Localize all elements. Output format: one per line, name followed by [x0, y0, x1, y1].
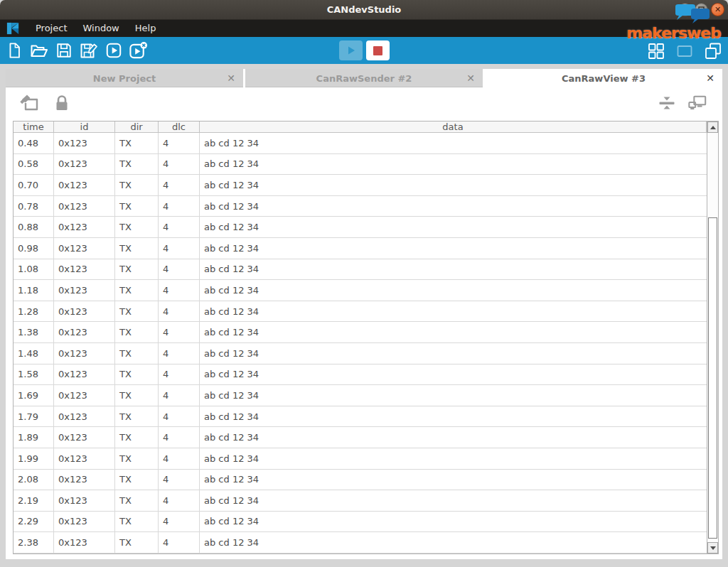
detach-window-button[interactable]	[687, 93, 707, 113]
table-cell[interactable]: TX	[115, 343, 159, 364]
table-cell[interactable]: TX	[115, 406, 159, 428]
table-cell[interactable]: TX	[115, 154, 159, 176]
table-cell[interactable]: 0x123	[54, 364, 115, 386]
minimize-button[interactable]: –	[678, 3, 692, 16]
table-cell[interactable]: 1.79	[14, 406, 54, 428]
table-cell[interactable]: 0x123	[54, 490, 115, 512]
close-button[interactable]: ✕	[711, 3, 724, 16]
table-cell[interactable]: 0x123	[54, 470, 115, 491]
table-cell[interactable]: 0.88	[14, 217, 54, 238]
table-cell[interactable]: 4	[159, 196, 200, 217]
table-cell[interactable]: ab cd 12 34	[200, 512, 707, 533]
table-cell[interactable]: ab cd 12 34	[200, 301, 707, 323]
table-cell[interactable]: ab cd 12 34	[200, 490, 707, 512]
table-cell[interactable]: TX	[115, 364, 159, 386]
table-cell[interactable]: 0x123	[54, 175, 115, 196]
table-cell[interactable]: TX	[115, 322, 159, 343]
table-cell[interactable]: 0x123	[54, 385, 115, 406]
column-header-dir[interactable]: dir	[115, 122, 159, 133]
table-cell[interactable]: ab cd 12 34	[200, 385, 707, 406]
menu-help[interactable]: Help	[127, 20, 164, 37]
tab-canrawview-3[interactable]: CanRawView #3 ✕	[485, 69, 722, 88]
table-cell[interactable]: TX	[115, 175, 159, 196]
start-simulation-button[interactable]	[104, 41, 123, 60]
table-cell[interactable]: 0x123	[54, 259, 115, 281]
table-cell[interactable]: ab cd 12 34	[200, 259, 707, 281]
lock-scroll-button[interactable]	[52, 93, 72, 113]
table-cell[interactable]: ab cd 12 34	[200, 133, 707, 154]
table-cell[interactable]: ab cd 12 34	[200, 154, 707, 176]
table-cell[interactable]: 1.28	[14, 301, 54, 323]
column-header-data[interactable]: data	[200, 122, 707, 133]
table-cell[interactable]: TX	[115, 280, 159, 301]
table-cell[interactable]: 4	[159, 427, 200, 448]
table-cell[interactable]: 4	[159, 512, 200, 533]
scrollbar-thumb[interactable]	[708, 217, 717, 539]
tile-subwindows-button[interactable]	[646, 41, 665, 60]
save-project-as-button[interactable]	[79, 41, 98, 60]
clear-log-button[interactable]	[20, 93, 40, 113]
new-project-button[interactable]	[4, 41, 23, 60]
tab-canrawsender-2[interactable]: CanRawSender #2 ✕	[245, 69, 483, 87]
table-cell[interactable]: 0x123	[54, 532, 115, 554]
tab-close-icon[interactable]: ✕	[706, 72, 714, 85]
table-cell[interactable]: 0x123	[54, 196, 115, 217]
table-cell[interactable]: 0x123	[54, 427, 115, 448]
open-project-button[interactable]	[29, 41, 48, 60]
table-cell[interactable]: 0.48	[14, 133, 54, 154]
table-cell[interactable]: 1.38	[14, 322, 54, 343]
table-cell[interactable]: 0x123	[54, 322, 115, 343]
table-cell[interactable]: 4	[159, 532, 200, 554]
cascade-subwindows-button[interactable]	[703, 41, 722, 60]
table-cell[interactable]: 4	[159, 280, 200, 301]
table-cell[interactable]: TX	[115, 427, 159, 448]
table-cell[interactable]: 0x123	[54, 343, 115, 364]
table-cell[interactable]: ab cd 12 34	[200, 196, 707, 217]
column-header-id[interactable]: id	[54, 122, 115, 133]
table-cell[interactable]: 0x123	[54, 154, 115, 176]
table-cell[interactable]: ab cd 12 34	[200, 364, 707, 386]
scroll-up-button[interactable]	[707, 122, 718, 133]
table-cell[interactable]: 4	[159, 364, 200, 386]
titlebar[interactable]: CANdevStudio – ✕	[0, 0, 728, 20]
table-cell[interactable]: ab cd 12 34	[200, 470, 707, 491]
table-cell[interactable]: ab cd 12 34	[200, 406, 707, 428]
table-cell[interactable]: 4	[159, 238, 200, 259]
table-cell[interactable]: 0x123	[54, 512, 115, 533]
table-cell[interactable]: TX	[115, 217, 159, 238]
table-cell[interactable]: 0.78	[14, 196, 54, 217]
table-cell[interactable]: 1.48	[14, 343, 54, 364]
menu-project[interactable]: Project	[28, 20, 75, 37]
combine-frames-button[interactable]	[657, 93, 677, 113]
table-cell[interactable]: TX	[115, 512, 159, 533]
table-cell[interactable]: 1.99	[14, 448, 54, 470]
vertical-scrollbar[interactable]	[707, 122, 718, 554]
table-cell[interactable]: 0.58	[14, 154, 54, 176]
table-cell[interactable]: ab cd 12 34	[200, 532, 707, 554]
table-cell[interactable]: 0x123	[54, 301, 115, 323]
table-cell[interactable]: 4	[159, 175, 200, 196]
table-cell[interactable]: 4	[159, 490, 200, 512]
play-button[interactable]	[339, 40, 363, 60]
table-cell[interactable]: 4	[159, 448, 200, 470]
table-cell[interactable]: ab cd 12 34	[200, 238, 707, 259]
table-cell[interactable]: TX	[115, 470, 159, 491]
table-cell[interactable]: TX	[115, 301, 159, 323]
table-cell[interactable]: TX	[115, 490, 159, 512]
table-cell[interactable]: TX	[115, 385, 159, 406]
table-cell[interactable]: TX	[115, 259, 159, 281]
table-cell[interactable]: 4	[159, 301, 200, 323]
column-header-dlc[interactable]: dlc	[159, 122, 200, 133]
table-cell[interactable]: TX	[115, 133, 159, 154]
maximize-button[interactable]	[695, 3, 708, 16]
table-cell[interactable]: TX	[115, 238, 159, 259]
table-cell[interactable]: 1.18	[14, 280, 54, 301]
column-header-time[interactable]: time	[14, 122, 54, 133]
table-cell[interactable]: 0x123	[54, 280, 115, 301]
tab-close-icon[interactable]: ✕	[466, 72, 475, 85]
table-cell[interactable]: ab cd 12 34	[200, 175, 707, 196]
table-cell[interactable]: 4	[159, 406, 200, 428]
table-cell[interactable]: 0x123	[54, 238, 115, 259]
table-cell[interactable]: ab cd 12 34	[200, 448, 707, 470]
scroll-down-button[interactable]	[707, 542, 718, 554]
